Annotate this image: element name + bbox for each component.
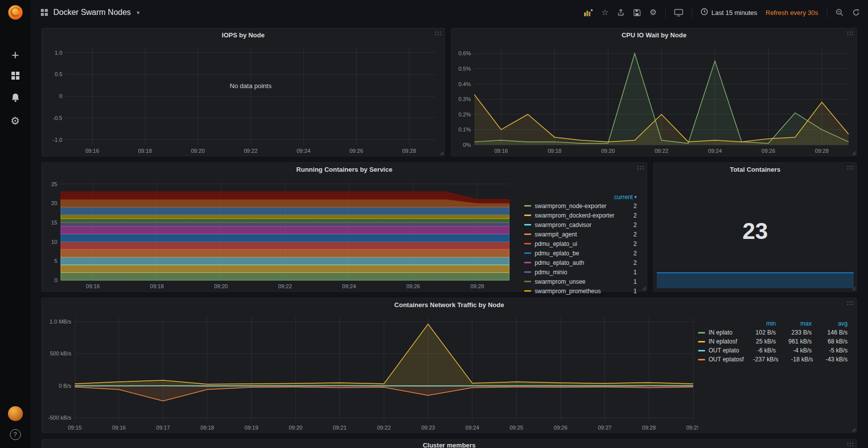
legend-item[interactable]: swarmprom_node-exporter2 [524, 201, 644, 211]
series-name[interactable]: OUT eplato [698, 347, 740, 354]
panel-drag-dots-icon[interactable] [847, 165, 854, 170]
series-current-value: 2 [633, 259, 637, 266]
svg-text:09:16: 09:16 [86, 283, 100, 289]
series-name[interactable]: IN eplato [698, 329, 740, 336]
series-max: -4 kB/s [776, 347, 812, 354]
svg-text:0: 0 [59, 93, 62, 99]
cycle-view-icon[interactable] [674, 8, 683, 16]
svg-text:09:27: 09:27 [598, 425, 612, 431]
legend-col-min[interactable]: min [740, 320, 776, 327]
panel-drag-dots-icon[interactable] [847, 301, 854, 305]
panel-title[interactable]: Cluster members [42, 440, 857, 448]
legend-sort-header[interactable]: current ▾ [524, 193, 644, 201]
svg-text:20: 20 [51, 200, 57, 206]
svg-text:09:19: 09:19 [245, 425, 259, 431]
star-icon[interactable]: ☆ [601, 8, 608, 16]
zoom-out-icon[interactable] [836, 8, 844, 16]
series-color-dash [524, 252, 531, 254]
save-icon[interactable] [633, 9, 641, 16]
panel-title[interactable]: Running Containers by Service [42, 163, 647, 176]
svg-text:09:16: 09:16 [494, 148, 508, 154]
iops-chart[interactable]: 1.00.50-0.5-1.009:1609:1809:2009:2209:24… [42, 41, 444, 156]
series-color-dash [524, 290, 531, 292]
containers-stacked-chart[interactable]: 051015202509:1609:1809:2009:2209:2409:26… [42, 176, 522, 291]
series-max: 233 B/s [776, 329, 812, 336]
sidebar-item-dashboards[interactable] [0, 66, 30, 88]
series-name: swarmprom_node-exporter [535, 203, 606, 210]
navbar: Docker Swarm Nodes ▾ ☆ [30, 0, 868, 25]
dashboards-grid-icon[interactable] [40, 8, 48, 16]
legend-item[interactable]: swarmprom_cadvisor2 [524, 220, 644, 229]
legend-col-max[interactable]: max [776, 320, 812, 327]
gear-icon: ⚙ [10, 115, 20, 126]
time-range-picker[interactable]: Last 15 minutes [701, 8, 757, 17]
svg-text:09:29: 09:29 [686, 425, 698, 431]
svg-text:09:20: 09:20 [289, 425, 302, 431]
svg-text:1.0 MB/s: 1.0 MB/s [50, 319, 72, 325]
legend-item[interactable]: swarmprom_unsee1 [524, 277, 644, 286]
help-icon[interactable]: ? [10, 429, 21, 440]
avatar[interactable] [8, 406, 23, 421]
series-name[interactable]: IN eplatosf [698, 338, 740, 345]
panel-drag-dots-icon[interactable] [637, 165, 644, 170]
panel-title[interactable]: IOPS by Node [42, 28, 444, 41]
panel-title[interactable]: CPU IO Wait by Node [451, 28, 857, 41]
series-color-dash [698, 350, 705, 351]
panel-resize-handle[interactable] [439, 151, 443, 155]
series-name: pdmu_eplato_ui [535, 240, 577, 247]
panel-title[interactable]: Containers Network Traffic by Node [42, 298, 857, 311]
add-panel-icon[interactable] [584, 8, 593, 16]
series-color-dash [698, 332, 705, 334]
panel-resize-handle[interactable] [852, 286, 856, 290]
refresh-interval-label[interactable]: Refresh every 30s [766, 9, 819, 16]
series-color-dash [524, 262, 531, 263]
panel-drag-dots-icon[interactable] [847, 31, 854, 35]
legend-rows: swarmprom_node-exporter2swarmprom_docker… [524, 201, 644, 296]
svg-text:500 kB/s: 500 kB/s [50, 350, 71, 356]
refresh-icon[interactable] [852, 8, 860, 16]
panel-resize-handle[interactable] [642, 286, 646, 290]
sort-caret-icon: ▾ [634, 194, 637, 200]
network-legend: minmaxavgIN eplato102 B/s233 B/s146 B/sI… [698, 311, 857, 433]
total-containers-value: 23 [654, 218, 857, 244]
dashboard-row: Running Containers by Service 0510152025… [41, 162, 857, 292]
svg-text:09:18: 09:18 [548, 148, 562, 154]
svg-text:09:28: 09:28 [402, 148, 416, 154]
panel-drag-dots-icon[interactable] [847, 442, 854, 447]
svg-text:09:15: 09:15 [68, 425, 82, 431]
grafana-logo[interactable] [7, 4, 24, 21]
sidebar-item-configuration[interactable]: ⚙ [0, 110, 30, 131]
panel-resize-handle[interactable] [852, 151, 856, 155]
settings-gear-icon[interactable]: ⚙ [649, 8, 656, 16]
legend-item[interactable]: swarmprom_dockerd-exporter2 [524, 211, 644, 220]
panel-resize-handle[interactable] [852, 428, 856, 432]
cpu-io-wait-chart[interactable]: 0%0.1%0.2%0.3%0.4%0.5%0.6%09:1609:1809:2… [451, 41, 857, 156]
series-name: swarmprom_dockerd-exporter [535, 212, 614, 219]
legend-col-avg[interactable]: avg [812, 320, 848, 327]
svg-text:09:24: 09:24 [708, 148, 722, 154]
legend-item[interactable]: pdmu_eplato_auth2 [524, 258, 644, 267]
legend-item[interactable]: pdmu_eplato_ui2 [524, 239, 644, 248]
svg-text:09:17: 09:17 [156, 425, 170, 431]
series-name: swarmprom_cadvisor [535, 222, 591, 228]
series-name: pdmu_minio [535, 269, 567, 276]
legend-item: OUT eplato-6 kB/s-4 kB/s-5 kB/s [698, 346, 848, 355]
dashboard-row: IOPS by Node 1.00.50-0.5-1.009:1609:1809… [41, 28, 857, 156]
legend-item[interactable]: pdmu_minio1 [524, 267, 644, 277]
dashboard-title[interactable]: Docker Swarm Nodes [53, 8, 131, 17]
legend-item[interactable]: pdmu_eplato_be2 [524, 248, 644, 258]
series-max: -18 kB/s [778, 356, 813, 363]
share-icon[interactable] [617, 8, 625, 16]
sidebar-item-alerting[interactable] [0, 88, 30, 110]
series-name[interactable]: OUT eplatosf [698, 356, 743, 363]
network-traffic-chart[interactable]: 1.0 MB/s500 kB/s0 B/s-500 kB/s09:1509:16… [42, 311, 698, 433]
panel-drag-dots-icon[interactable] [434, 31, 441, 35]
series-color-dash [524, 215, 531, 216]
legend-item[interactable]: swarmprom_prometheus1 [524, 286, 644, 296]
navbar-right: ☆ ⚙ [584, 7, 860, 18]
series-current-value: 2 [633, 212, 637, 219]
panel-cluster-members: Cluster members [41, 439, 857, 448]
legend-item[interactable]: swarmpit_agent2 [524, 229, 644, 239]
panel-title[interactable]: Total Containers [654, 163, 857, 176]
sidebar-item-create[interactable]: + [0, 44, 30, 66]
